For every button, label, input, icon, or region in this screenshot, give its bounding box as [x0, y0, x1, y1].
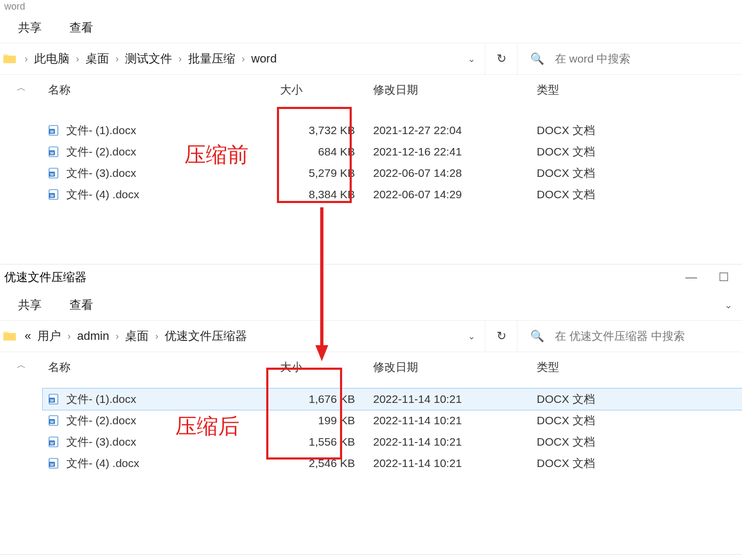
svg-text:W: W: [50, 441, 54, 446]
table-row[interactable]: W文件- (3).docx1,556 KB2022-11-14 10:21DOC…: [43, 431, 742, 453]
svg-text:W: W: [50, 129, 54, 134]
file-modified: 2021-12-27 22:04: [360, 124, 510, 137]
file-name: 文件- (2).docx: [66, 144, 136, 159]
window-controls: — ☐: [685, 271, 729, 283]
file-type: DOCX 文档: [510, 166, 660, 181]
file-size: 3,732 KB: [280, 124, 360, 137]
chevron-right-icon: ›: [175, 53, 185, 65]
chevron-down-icon[interactable]: ⌄: [458, 53, 485, 65]
window-title: word: [4, 1, 738, 12]
column-name[interactable]: 名称: [45, 82, 280, 97]
refresh-button[interactable]: ↻: [485, 43, 517, 74]
table-row[interactable]: W文件- (3).docx5,279 KB2022-06-07 14:28DOC…: [43, 162, 742, 184]
table-row[interactable]: W文件- (4) .docx2,546 KB2022-11-14 10:21DO…: [43, 453, 742, 474]
file-size: 199 KB: [280, 414, 360, 427]
column-size[interactable]: 大小: [280, 360, 360, 375]
folder-icon[interactable]: [0, 43, 19, 74]
breadcrumb-item[interactable]: 批量压缩: [185, 51, 238, 67]
file-modified: 2022-11-14 10:21: [360, 393, 510, 406]
refresh-button[interactable]: ↻: [485, 321, 517, 352]
breadcrumb[interactable]: › 此电脑 › 桌面 › 测试文件 › 批量压缩 › word ⌄: [19, 43, 485, 74]
docx-file-icon: W: [47, 435, 60, 448]
titlebar: word: [0, 0, 742, 13]
file-modified: 2022-06-07 14:29: [360, 188, 510, 201]
file-name: 文件- (3).docx: [66, 166, 136, 181]
table-row[interactable]: W文件- (1).docx3,732 KB2021-12-27 22:04DOC…: [43, 120, 742, 141]
table-row[interactable]: W文件- (2).docx199 KB2022-11-14 10:21DOCX …: [43, 410, 742, 431]
svg-text:W: W: [50, 462, 54, 467]
breadcrumb-item[interactable]: 用户: [34, 328, 64, 344]
search-icon: 🔍: [530, 52, 544, 65]
column-size[interactable]: 大小: [280, 82, 360, 97]
file-size: 1,676 KB: [280, 393, 360, 406]
file-name: 文件- (1).docx: [66, 392, 136, 407]
table-row[interactable]: W文件- (1).docx1,676 KB2022-11-14 10:21DOC…: [43, 388, 742, 410]
svg-text:W: W: [50, 151, 54, 155]
minimize-button[interactable]: —: [685, 271, 697, 283]
file-type: DOCX 文档: [510, 123, 660, 138]
file-list: 名称 大小 修改日期 类型 W文件- (1).docx3,732 KB2021-…: [43, 75, 742, 264]
column-modified[interactable]: 修改日期: [360, 360, 510, 375]
column-type[interactable]: 类型: [510, 82, 660, 97]
column-headers[interactable]: 名称 大小 修改日期 类型: [43, 75, 742, 105]
file-type: DOCX 文档: [510, 434, 660, 449]
svg-text:W: W: [50, 398, 54, 403]
breadcrumb-item[interactable]: admin: [74, 329, 112, 343]
search-input[interactable]: 🔍 在 优速文件压缩器 中搜索: [517, 321, 742, 352]
nav-collapse-chevron[interactable]: ︿: [0, 75, 43, 264]
breadcrumb-item[interactable]: 桌面: [82, 51, 112, 67]
file-modified: 2022-11-14 10:21: [360, 414, 510, 427]
explorer-window-after: 优速文件压缩器 — ☐ 共享 查看 ⌄ « 用户 › admin › 桌面 › …: [0, 265, 742, 555]
chevron-right-icon: ›: [64, 331, 74, 342]
file-name: 文件- (3).docx: [66, 434, 136, 449]
ribbon-tab-share[interactable]: 共享: [4, 20, 56, 36]
breadcrumb-item[interactable]: 优速文件压缩器: [161, 328, 250, 344]
breadcrumb-item[interactable]: 测试文件: [122, 51, 175, 67]
file-name: 文件- (2).docx: [66, 413, 136, 428]
ribbon-tab-view[interactable]: 查看: [56, 297, 107, 313]
ribbon-tab-view[interactable]: 查看: [56, 20, 107, 36]
file-type: DOCX 文档: [510, 413, 660, 428]
breadcrumb[interactable]: « 用户 › admin › 桌面 › 优速文件压缩器 ⌄: [19, 321, 485, 352]
file-list: 名称 大小 修改日期 类型 W文件- (1).docx1,676 KB2022-…: [43, 352, 742, 554]
svg-text:W: W: [50, 172, 54, 177]
table-row[interactable]: W文件- (2).docx684 KB2021-12-16 22:41DOCX …: [43, 141, 742, 162]
docx-file-icon: W: [47, 414, 60, 427]
search-input[interactable]: 🔍 在 word 中搜索: [517, 43, 742, 74]
file-type: DOCX 文档: [510, 456, 660, 471]
maximize-button[interactable]: ☐: [718, 271, 729, 283]
file-name: 文件- (1).docx: [66, 123, 136, 138]
file-modified: 2022-06-07 14:28: [360, 167, 510, 180]
window-title: 优速文件压缩器: [4, 269, 685, 285]
file-name: 文件- (4) .docx: [66, 187, 140, 202]
file-modified: 2022-11-14 10:21: [360, 435, 510, 448]
breadcrumb-item[interactable]: 此电脑: [31, 51, 73, 67]
chevron-down-icon[interactable]: ⌄: [458, 331, 485, 342]
folder-icon[interactable]: [0, 321, 19, 352]
column-headers[interactable]: 名称 大小 修改日期 类型: [43, 352, 742, 382]
column-modified[interactable]: 修改日期: [360, 82, 510, 97]
breadcrumb-item[interactable]: word: [248, 52, 280, 66]
ribbon-tab-share[interactable]: 共享: [4, 297, 56, 313]
nav-collapse-chevron[interactable]: ︿: [0, 352, 43, 554]
docx-file-icon: W: [47, 188, 60, 201]
docx-file-icon: W: [47, 393, 60, 406]
ribbon: 共享 查看 ⌄: [0, 290, 742, 320]
docx-file-icon: W: [47, 167, 60, 180]
docx-file-icon: W: [47, 457, 60, 470]
search-icon: 🔍: [530, 330, 544, 343]
column-type[interactable]: 类型: [510, 360, 660, 375]
column-name[interactable]: 名称: [45, 360, 280, 375]
file-modified: 2022-11-14 10:21: [360, 457, 510, 470]
file-size: 684 KB: [280, 145, 360, 158]
chevron-down-icon[interactable]: ⌄: [724, 299, 732, 311]
table-row[interactable]: W文件- (4) .docx8,384 KB2022-06-07 14:29DO…: [43, 184, 742, 205]
titlebar: 优速文件压缩器 — ☐: [0, 265, 742, 290]
file-size: 1,556 KB: [280, 435, 360, 448]
svg-text:W: W: [50, 419, 54, 424]
file-type: DOCX 文档: [510, 144, 660, 159]
chevron-right-icon: ›: [21, 53, 31, 65]
file-type: DOCX 文档: [510, 187, 660, 202]
file-size: 5,279 KB: [280, 167, 360, 180]
breadcrumb-item[interactable]: 桌面: [122, 328, 152, 344]
